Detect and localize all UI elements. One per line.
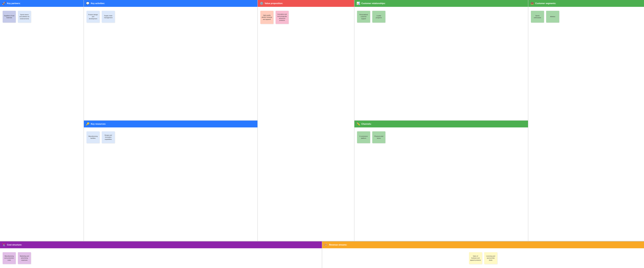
cost-structure-title: Cost structure: <box>7 244 22 246</box>
channels-header: ✏️ Channels: <box>354 120 528 127</box>
cost-structure-column: ✂️ Cost structure: Manufacturing and pro… <box>0 241 322 268</box>
card-sports-enthusiasts[interactable]: Sports enthusiasts <box>531 11 544 23</box>
key-activities-header: 💬 Key activities: <box>84 0 258 7</box>
value-prop-icon: ⚙️ <box>260 2 263 5</box>
key-partners-header: 🚀 Key partners: <box>0 0 84 7</box>
cost-structure-cards: Manufacturing and production costs Marke… <box>2 251 319 265</box>
customer-rel-cards: Personalized customer support Loyalty pr… <box>357 10 526 24</box>
key-partners-cards: Suppliers of raw materials Sports teams … <box>2 10 81 24</box>
card-manufacturing[interactable]: Manufacturing facilities <box>86 131 100 143</box>
top-section: 🚀 Key partners: Suppliers of raw materia… <box>0 0 644 241</box>
revenue-streams-column: 🎨 Revenue streams: Sales of footwear and… <box>322 241 644 268</box>
card-personalized-support[interactable]: Personalized customer support <box>357 11 370 23</box>
value-prop-content: High-quality athletic footwear and appar… <box>258 7 354 241</box>
customer-seg-icon: 🍩 <box>530 2 534 5</box>
customer-seg-header: 🍩 Customer segments: <box>528 0 644 7</box>
card-supply-chain[interactable]: Supply chain management <box>102 11 115 23</box>
key-resources-icon: 🔑 <box>86 122 90 126</box>
customer-segments-column: 🍩 Customer segments: Sports enthusiasts … <box>528 0 644 241</box>
customer-relationships-column: 📊 Customer relationships: Personalized c… <box>354 0 528 241</box>
key-resources-content: Manufacturing facilities Design and inno… <box>84 127 258 241</box>
card-marketing-expenses[interactable]: Marketing and advertising expenses <box>18 252 31 264</box>
card-licensing[interactable]: Licensing and sponsorship deals <box>484 252 497 264</box>
card-design-innovation[interactable]: Design and innovation capabilities <box>102 131 115 143</box>
channels-icon: ✏️ <box>356 122 360 126</box>
cost-structure-header: ✂️ Cost structure: <box>0 241 322 248</box>
channels-cards: E-commerce platform Physical retail stor… <box>357 130 526 145</box>
channels-title: Channels: <box>361 123 372 125</box>
card-ecommerce[interactable]: E-commerce platform <box>357 131 370 143</box>
revenue-streams-cards: Sales of footwear and apparel products L… <box>325 251 642 265</box>
value-prop-header: ⚙️ Value proposition: <box>258 0 354 7</box>
card-innovative[interactable]: Innovative and technologically advanced … <box>276 11 289 24</box>
revenue-streams-header: 🎨 Revenue streams: <box>322 241 644 248</box>
bottom-section: ✂️ Cost structure: Manufacturing and pro… <box>0 241 644 268</box>
key-resources-title: Key resources: <box>91 123 106 125</box>
value-prop-cards: High-quality athletic footwear and appar… <box>260 10 352 25</box>
key-partners-content: Suppliers of raw materials Sports teams … <box>0 7 84 241</box>
key-resources-header: 🔑 Key resources: <box>84 120 258 127</box>
business-model-canvas: 🚀 Key partners: Suppliers of raw materia… <box>0 0 644 268</box>
card-high-quality[interactable]: High-quality athletic footwear and appar… <box>260 11 274 24</box>
card-physical-retail[interactable]: Physical retail stores <box>372 131 386 143</box>
revenue-streams-icon: 🎨 <box>324 243 328 246</box>
key-resources-cards: Manufacturing facilities Design and inno… <box>86 130 255 145</box>
customer-rel-header: 📊 Customer relationships: <box>354 0 528 7</box>
key-activities-column: 💬 Key activities: Product design and dev… <box>84 0 258 241</box>
customer-seg-cards: Sports enthusiasts Athletes <box>531 10 642 24</box>
value-prop-title: Value proposition: <box>265 2 283 5</box>
key-partners-icon: 🚀 <box>2 2 6 5</box>
card-athletes[interactable]: Athletes <box>546 11 559 23</box>
customer-rel-icon: 📊 <box>356 2 360 5</box>
card-sports-teams[interactable]: Sports teams and athletes for endorsemen… <box>18 11 31 23</box>
key-activities-cards: Product design and development Supply ch… <box>86 10 255 24</box>
value-proposition-column: ⚙️ Value proposition: High-quality athle… <box>258 0 354 241</box>
card-manufacturing-costs[interactable]: Manufacturing and production costs <box>2 252 16 264</box>
customer-rel-title: Customer relationships: <box>361 2 386 5</box>
customer-rel-content: Personalized customer support Loyalty pr… <box>354 7 528 120</box>
key-activities-content: Product design and development Supply ch… <box>84 7 258 120</box>
cost-structure-content: Manufacturing and production costs Marke… <box>0 248 322 268</box>
cost-structure-icon: ✂️ <box>2 243 6 246</box>
revenue-streams-content: Sales of footwear and apparel products L… <box>322 248 644 268</box>
card-loyalty-programs[interactable]: Loyalty programs <box>372 11 386 23</box>
customer-seg-content: Sports enthusiasts Athletes <box>528 7 644 241</box>
customer-seg-title: Customer segments: <box>535 2 556 5</box>
key-activities-icon: 💬 <box>86 2 90 5</box>
card-suppliers[interactable]: Suppliers of raw materials <box>2 11 16 23</box>
card-sales-footwear[interactable]: Sales of footwear and apparel products <box>469 252 482 264</box>
key-activities-title: Key activities: <box>91 2 105 5</box>
key-partners-column: 🚀 Key partners: Suppliers of raw materia… <box>0 0 84 241</box>
channels-content: E-commerce platform Physical retail stor… <box>354 127 528 241</box>
key-partners-title: Key partners: <box>7 2 20 5</box>
card-product-design[interactable]: Product design and development <box>86 11 100 23</box>
revenue-streams-title: Revenue streams: <box>329 244 347 246</box>
